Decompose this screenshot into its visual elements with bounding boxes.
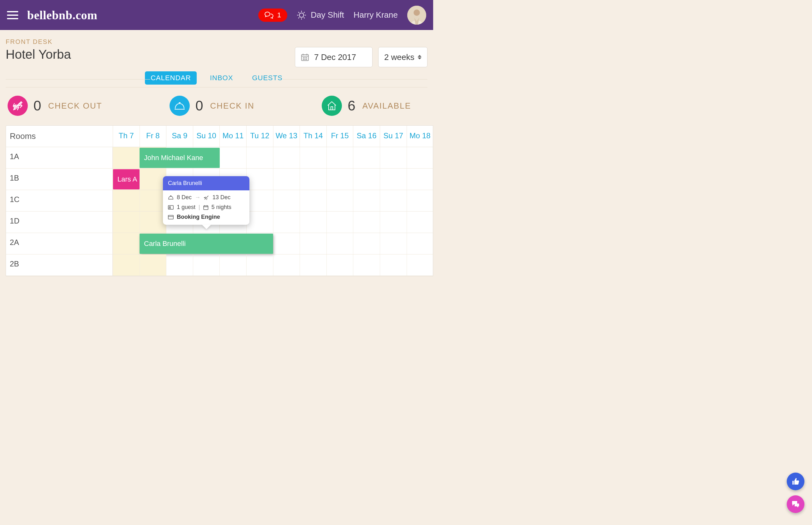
date-picker[interactable]: 7 Dec 2017 — [295, 47, 373, 67]
room-label[interactable]: 1C — [6, 190, 113, 211]
room-label[interactable]: 1B — [6, 169, 113, 190]
day-header[interactable]: We 13 — [273, 126, 300, 147]
rooms-header: Rooms — [6, 126, 113, 147]
range-select[interactable]: 2 weeks — [378, 47, 427, 67]
room-label[interactable]: 2B — [6, 254, 113, 275]
date-value: 7 Dec 2017 — [314, 52, 356, 62]
breadcrumb: FRONT DESK — [6, 38, 71, 45]
tabs: CALENDAR INBOX GUESTS — [6, 71, 427, 88]
tooltip-source: Booking Engine — [168, 214, 244, 220]
house-icon — [322, 96, 342, 116]
caret-updown-icon — [418, 55, 421, 59]
day-header[interactable]: Fr 8 — [139, 126, 166, 147]
svg-rect-24 — [331, 107, 333, 110]
checkout-count: 0 — [33, 98, 41, 114]
calendar-icon — [203, 205, 208, 210]
svg-point-20 — [306, 59, 307, 60]
day-header[interactable]: Su 17 — [380, 126, 407, 147]
day-header[interactable]: Sa 9 — [166, 126, 193, 147]
calendar-row: 2B — [6, 254, 433, 276]
svg-point-19 — [305, 59, 305, 60]
room-label[interactable]: 2A — [6, 233, 113, 254]
booking-tooltip[interactable]: Carla Brunelli 8 Dec → 13 Dec — [163, 176, 250, 225]
svg-point-10 — [413, 10, 420, 16]
svg-rect-30 — [204, 206, 208, 210]
subheader: FRONT DESK Hotel Yorba 7 Dec 2017 2 week… — [0, 30, 433, 67]
calendar-row: 1A John Michael Kane — [6, 147, 433, 169]
plane-icon — [204, 195, 209, 200]
svg-line-7 — [304, 12, 305, 13]
chat-bubbles-icon — [265, 11, 273, 19]
available-count: 6 — [348, 98, 355, 114]
day-header[interactable]: Fr 15 — [327, 126, 353, 147]
calendar-icon — [301, 53, 309, 61]
available-label: AVAILABLE — [362, 101, 411, 111]
tab-guests[interactable]: GUESTS — [246, 71, 288, 85]
svg-line-8 — [298, 17, 299, 18]
bell-icon — [168, 195, 174, 200]
user-name[interactable]: Harry Krane — [354, 10, 398, 20]
room-label[interactable]: 1D — [6, 211, 113, 232]
day-header[interactable]: Th 14 — [300, 126, 327, 147]
notification-pill[interactable]: 1 — [258, 9, 287, 22]
checkin-label: CHECK IN — [210, 101, 254, 111]
shift-label: Day Shift — [311, 10, 344, 20]
stats-row: 0 CHECK OUT 0 CHECK IN 6 AVAILABLE — [0, 88, 433, 125]
calendar-header: Rooms Th 7 Fr 8 Sa 9 Su 10 Mo 11 Tu 12 W… — [6, 126, 433, 147]
svg-line-6 — [304, 17, 305, 18]
shift-toggle[interactable]: Day Shift — [297, 10, 344, 20]
tooltip-guests: 1 guest | 5 nights — [168, 204, 244, 211]
svg-point-0 — [299, 13, 304, 17]
svg-line-5 — [298, 12, 299, 13]
svg-point-16 — [305, 58, 305, 58]
tab-inbox[interactable]: INBOX — [204, 71, 239, 85]
tab-calendar[interactable]: CALENDAR — [145, 71, 197, 85]
room-label[interactable]: 1A — [6, 147, 113, 168]
day-header[interactable]: Su 10 — [193, 126, 220, 147]
sun-icon — [297, 11, 306, 20]
checkin-count: 0 — [195, 98, 203, 114]
booking-block[interactable]: John Michael Kane — [139, 148, 220, 168]
stat-checkout[interactable]: 0 CHECK OUT — [7, 96, 102, 116]
checkout-label: CHECK OUT — [48, 101, 102, 111]
page-title: Hotel Yorba — [6, 47, 71, 62]
calendar-row: 2A Carla Brunelli — [6, 233, 433, 254]
brand-logo[interactable]: bellebnb.com — [27, 8, 97, 22]
plane-icon — [7, 96, 28, 116]
booking-block[interactable]: Carla Brunelli — [139, 234, 273, 254]
svg-point-18 — [303, 59, 304, 60]
svg-point-29 — [169, 207, 170, 208]
day-header[interactable]: Mo 11 — [220, 126, 246, 147]
menu-button[interactable] — [7, 11, 18, 19]
day-header[interactable]: Sa 16 — [353, 126, 380, 147]
svg-point-17 — [306, 58, 307, 58]
card-icon — [168, 215, 174, 220]
tooltip-title: Carla Brunelli — [163, 176, 250, 190]
booking-block[interactable]: Lars A — [113, 169, 139, 190]
top-bar: bellebnb.com 1 Day Shift — [0, 0, 433, 30]
tooltip-arrow-icon — [202, 225, 211, 229]
svg-point-15 — [303, 58, 304, 58]
svg-rect-28 — [168, 206, 173, 209]
day-header[interactable]: Mo 18 — [407, 126, 433, 147]
day-header[interactable]: Th 7 — [113, 126, 139, 147]
notification-count: 1 — [277, 11, 281, 19]
stat-available[interactable]: 6 AVAILABLE — [322, 96, 411, 116]
id-card-icon — [168, 205, 174, 210]
range-value: 2 weeks — [384, 52, 414, 62]
svg-rect-34 — [168, 215, 173, 219]
stat-checkin[interactable]: 0 CHECK IN — [169, 96, 254, 116]
day-header[interactable]: Tu 12 — [246, 126, 273, 147]
bell-icon — [169, 96, 190, 116]
user-avatar[interactable] — [407, 6, 426, 25]
tooltip-dates: 8 Dec → 13 Dec — [168, 194, 244, 201]
